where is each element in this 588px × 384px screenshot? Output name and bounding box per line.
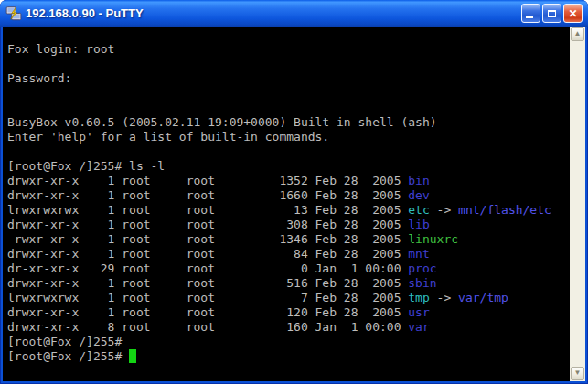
terminal-text-segment: usr: [408, 305, 429, 319]
terminal-line: drwxr-xr-x 1 root root 308 Feb 28 2005 l…: [7, 218, 570, 232]
terminal-text-segment: linuxrc: [408, 232, 458, 246]
terminal: Fox login: rootPassword:BusyBox v0.60.5 …: [3, 27, 585, 381]
terminal-screen[interactable]: Fox login: rootPassword:BusyBox v0.60.5 …: [3, 27, 570, 381]
scroll-up-button[interactable]: ▲: [571, 27, 584, 41]
terminal-line: dr-xr-xr-x 29 root root 0 Jan 1 00:00 pr…: [7, 261, 570, 276]
terminal-text-segment: BusyBox v0.60.5 (2005.02.11-19:09+0000) …: [7, 115, 437, 129]
terminal-text-segment: drwxr-xr-x 1 root root 120 Feb 28 2005: [7, 305, 408, 319]
terminal-text-segment: lrwxrwxrwx 1 root root 13 Feb 28 2005: [7, 203, 408, 217]
terminal-text-segment: drwxr-xr-x 8 root root 160 Jan 1 00:00: [7, 320, 408, 334]
terminal-line: drwxr-xr-x 8 root root 160 Jan 1 00:00 v…: [7, 320, 570, 335]
terminal-line: Fox login: root: [7, 42, 570, 57]
scrollbar[interactable]: ▲ ▼: [570, 27, 585, 381]
putty-window: 192.168.0.90 - PuTTY ✕ Fox login: rootPa…: [0, 0, 588, 384]
terminal-text-segment: Password:: [7, 71, 71, 85]
close-button[interactable]: ✕: [563, 4, 583, 23]
terminal-line: [7, 86, 570, 101]
window-title: 192.168.0.90 - PuTTY: [26, 6, 519, 20]
terminal-text-segment: drwxr-xr-x 1 root root 516 Feb 28 2005: [7, 276, 408, 290]
terminal-text-segment: etc: [408, 203, 429, 217]
minimize-button[interactable]: [521, 4, 540, 23]
terminal-text-segment: var/tmp: [458, 291, 508, 304]
terminal-text-segment: ->: [430, 203, 458, 217]
maximize-icon: [548, 10, 556, 17]
terminal-line: Enter 'help' for a list of built-in comm…: [7, 130, 570, 144]
terminal-line: lrwxrwxrwx 1 root root 7 Feb 28 2005 tmp…: [7, 291, 570, 305]
close-icon: ✕: [568, 8, 577, 19]
terminal-text-segment: dev: [408, 188, 429, 202]
terminal-text-segment: ->: [430, 291, 458, 304]
terminal-line: [7, 101, 570, 115]
terminal-line: drwxr-xr-x 1 root root 84 Feb 28 2005 mn…: [7, 247, 570, 261]
putty-icon: [5, 6, 22, 21]
terminal-text-segment: lrwxrwxrwx 1 root root 7 Feb 28 2005: [7, 291, 408, 304]
terminal-text-segment: [root@Fox /]255#: [7, 349, 129, 363]
terminal-text-segment: Enter 'help' for a list of built-in comm…: [7, 130, 329, 144]
terminal-text-segment: bin: [408, 174, 429, 187]
terminal-text-segment: drwxr-xr-x 1 root root 84 Feb 28 2005: [7, 247, 408, 261]
terminal-text-segment: drwxr-xr-x 1 root root 308 Feb 28 2005: [7, 218, 408, 231]
terminal-line: drwxr-xr-x 1 root root 516 Feb 28 2005 s…: [7, 276, 570, 291]
terminal-text-segment: sbin: [408, 276, 436, 290]
terminal-text-segment: drwxr-xr-x 1 root root 1352 Feb 28 2005: [7, 174, 408, 187]
terminal-text-segment: dr-xr-xr-x 29 root root 0 Jan 1 00:00: [7, 261, 408, 275]
terminal-text-segment: lib: [408, 218, 429, 231]
terminal-line: [7, 57, 570, 71]
maximize-button[interactable]: [542, 4, 561, 23]
terminal-line: drwxr-xr-x 1 root root 1352 Feb 28 2005 …: [7, 174, 570, 188]
terminal-text-segment: Fox login: root: [7, 42, 114, 56]
terminal-text-segment: [root@Fox /]255# ls -l: [7, 159, 165, 173]
terminal-text-segment: var: [408, 320, 429, 334]
terminal-line: [root@Fox /]255#: [7, 335, 570, 349]
terminal-text-segment: drwxr-xr-x 1 root root 1660 Feb 28 2005: [7, 188, 408, 202]
terminal-text-segment: proc: [408, 261, 436, 275]
minimize-icon: [526, 16, 533, 18]
titlebar[interactable]: 192.168.0.90 - PuTTY ✕: [0, 0, 588, 27]
scroll-down-icon: ▼: [574, 368, 582, 377]
terminal-line: [7, 144, 570, 159]
terminal-line: [root@Fox /]255#: [7, 349, 570, 364]
scroll-up-icon: ▲: [574, 29, 582, 37]
terminal-line: drwxr-xr-x 1 root root 120 Feb 28 2005 u…: [7, 305, 570, 320]
terminal-line: drwxr-xr-x 1 root root 1660 Feb 28 2005 …: [7, 188, 570, 203]
terminal-cursor: [129, 349, 136, 363]
terminal-text-segment: [root@Fox /]255#: [7, 335, 122, 348]
terminal-text-segment: tmp: [408, 291, 429, 304]
terminal-line: lrwxrwxrwx 1 root root 13 Feb 28 2005 et…: [7, 203, 570, 218]
terminal-line: -rwxr-xr-x 1 root root 1346 Feb 28 2005 …: [7, 232, 570, 247]
terminal-line: Password:: [7, 71, 570, 86]
terminal-text-segment: mnt: [408, 247, 429, 261]
scroll-down-button[interactable]: ▼: [571, 367, 584, 380]
terminal-text-segment: mnt/flash/etc: [458, 203, 551, 217]
terminal-line: BusyBox v0.60.5 (2005.02.11-19:09+0000) …: [7, 115, 570, 130]
scrollbar-track[interactable]: [570, 42, 585, 366]
terminal-line: [root@Fox /]255# ls -l: [7, 159, 570, 174]
terminal-text-segment: -rwxr-xr-x 1 root root 1346 Feb 28 2005: [7, 232, 408, 246]
